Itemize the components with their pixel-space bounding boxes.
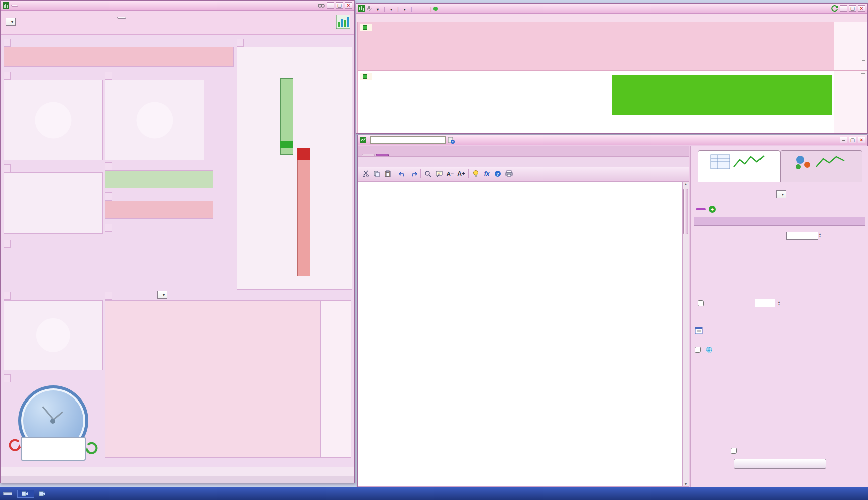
gain-loss-panel [105, 71, 204, 160]
spinner-icon[interactable]: ▲▼ [778, 301, 780, 306]
chart-window: ▾ | ▾ | ▾ | | – ▢ × [356, 3, 868, 134]
taskbar-item-video-formazione[interactable] [39, 491, 47, 496]
monthly-y-axis [321, 300, 351, 458]
function-icon[interactable]: fx [481, 168, 492, 179]
scrollbar-thumb[interactable] [683, 189, 688, 234]
tick-mode-checkbox[interactable] [695, 347, 701, 353]
help-badge-icon[interactable]: ? [448, 137, 455, 144]
refresh-icon[interactable] [831, 5, 838, 12]
backtest-settings-panel: ▾ + ▲▼ ▲▼ [690, 146, 868, 487]
worst-trade-bar [297, 160, 310, 276]
code-editor[interactable] [358, 181, 682, 487]
status-dot-icon [433, 7, 438, 11]
font-bigger-icon[interactable]: A+ [456, 168, 467, 179]
maximize-button[interactable]: ▢ [336, 2, 343, 9]
microphone-icon[interactable] [367, 5, 372, 12]
editor-scrollbar[interactable]: ▲ ▼ [682, 181, 689, 487]
spread-checkbox[interactable] [698, 300, 704, 306]
svg-text://: // [438, 172, 440, 175]
win-rate-panel [4, 71, 103, 160]
price-label [414, 8, 420, 9]
run-backtest-button[interactable] [734, 459, 826, 469]
report-footer-strip [1, 476, 354, 483]
guadagno-medio-panel [237, 38, 352, 289]
minimize-button[interactable]: – [327, 2, 334, 9]
lightbulb-icon[interactable] [470, 168, 481, 179]
equity-chip[interactable] [360, 24, 372, 31]
autotrading-tab-icon [791, 153, 851, 171]
spread-row: ▲▼ [698, 299, 783, 307]
editor-titlebar[interactable]: ? – ▢ × [358, 135, 867, 145]
units-dropdown[interactable]: ▾ [401, 5, 409, 12]
print-icon[interactable] [503, 168, 514, 179]
positions-axis [834, 71, 867, 133]
gain-loss-donut [123, 88, 186, 152]
instrument-header [694, 217, 865, 226]
capitale-input[interactable] [786, 232, 818, 240]
link-icon[interactable] [318, 3, 325, 9]
maximize-button[interactable]: ▢ [849, 5, 856, 12]
minimize-button[interactable]: – [840, 137, 847, 143]
tab-autotrading[interactable] [780, 150, 862, 182]
maximize-button[interactable]: ▢ [849, 137, 856, 143]
commission-rows [691, 256, 868, 296]
taskbar-item-video-short[interactable] [17, 490, 34, 498]
symbol-chip[interactable] [696, 208, 706, 210]
series-color-icon [363, 74, 367, 79]
probacktest-tab-icon [709, 153, 769, 171]
add-symbol-button[interactable]: + [709, 206, 716, 213]
chart-titlebar[interactable]: ▾ | ▾ | ▾ | | – ▢ × [356, 4, 867, 14]
comment-icon[interactable]: // [433, 168, 445, 179]
close-button[interactable]: × [858, 137, 865, 143]
chevron-down-icon: ▾ [163, 293, 165, 297]
titlebar-tab-rapporto[interactable] [11, 5, 18, 7]
timeframe-select[interactable]: ▾ [776, 190, 786, 198]
red-ccw-arrow-icon [9, 439, 22, 452]
spinner-icon[interactable]: ▲▼ [819, 233, 821, 238]
code-lines [358, 182, 682, 183]
search-icon[interactable] [422, 168, 433, 179]
max-cons-panel [105, 223, 234, 278]
timeframe-row: ▾ [691, 189, 868, 198]
keep-open-checkbox[interactable] [731, 448, 737, 454]
monthly-plot [105, 300, 321, 458]
cut-icon[interactable] [360, 168, 371, 179]
symbol-dropdown[interactable]: ▾ [374, 5, 382, 12]
titlebar-tab-sistema[interactable] [28, 5, 34, 6]
paste-icon[interactable] [382, 168, 393, 179]
period-dropdown[interactable]: ▾ [157, 291, 167, 299]
equity-pane [357, 22, 834, 71]
titlebar-tab-probacktest[interactable] [20, 5, 26, 6]
modifica-button[interactable] [117, 17, 126, 19]
positions-chip[interactable] [360, 73, 372, 80]
timeframe-dropdown[interactable]: ▾ [387, 5, 395, 12]
redo-icon[interactable] [408, 168, 419, 179]
runup-bars [5, 271, 102, 285]
tab-probacktest[interactable] [698, 150, 780, 182]
titlebar-tab-instrument[interactable] [36, 5, 42, 6]
green-cw-arrow-icon [85, 442, 98, 455]
video-icon [39, 491, 45, 496]
system-name-input[interactable] [370, 136, 446, 144]
close-button[interactable]: × [858, 5, 865, 12]
help-icon[interactable]: ? [492, 168, 503, 179]
backtest-icon [360, 137, 366, 143]
editor-toolbar: // A− A+ fx ? [358, 167, 689, 180]
dashboard-dropdown[interactable]: ▾ [6, 18, 16, 26]
undo-icon[interactable] [397, 168, 408, 179]
copy-icon[interactable] [371, 168, 382, 179]
tab-creazione-semplificata[interactable] [362, 154, 375, 156]
monthly-results-panel: ▾ [105, 291, 352, 475]
keep-open-row [731, 448, 739, 454]
tab-creazione-programmazione[interactable] [376, 154, 389, 156]
minimize-button[interactable]: – [840, 5, 847, 12]
taskbar [0, 487, 868, 500]
report-titlebar[interactable]: – ▢ × [1, 1, 354, 11]
positions-pane [357, 71, 834, 133]
report-chart-icon[interactable] [336, 15, 350, 29]
spread-input[interactable] [755, 299, 775, 307]
font-smaller-icon[interactable]: A− [445, 168, 456, 179]
close-button[interactable]: × [345, 2, 352, 9]
monthly-bars-svg [105, 301, 320, 457]
calendar-icon[interactable] [695, 326, 703, 334]
